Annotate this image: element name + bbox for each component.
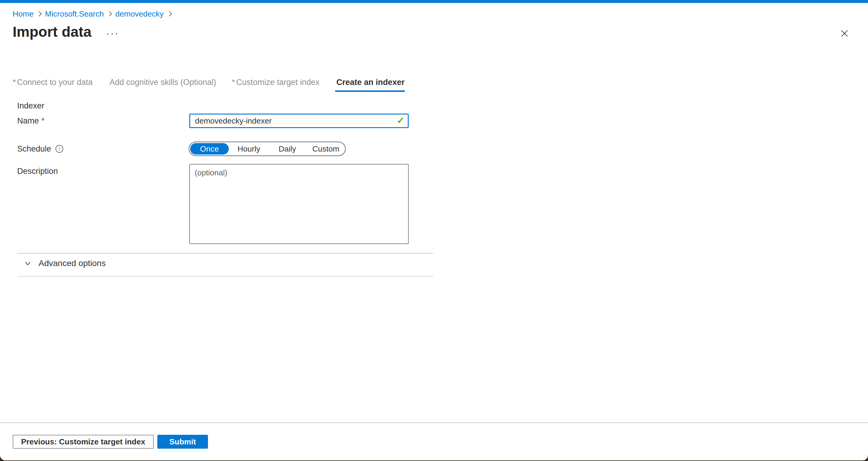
tab-label: Customize target index	[236, 78, 319, 87]
schedule-toggle-group: Once Hourly Daily Custom	[189, 142, 346, 156]
tab-label: Create an indexer	[336, 78, 405, 87]
breadcrumb-link-demovedecky[interactable]: demovedecky	[115, 9, 163, 19]
indexer-name-input[interactable]	[189, 114, 409, 128]
schedule-option-hourly[interactable]: Hourly	[230, 143, 268, 155]
description-field-label: Description	[17, 164, 58, 178]
info-icon[interactable]: i	[56, 145, 63, 153]
submit-button[interactable]: Submit	[157, 435, 208, 449]
name-input-wrap: ✓	[189, 114, 409, 128]
schedule-option-once[interactable]: Once	[190, 143, 229, 155]
name-field-label: Name *	[17, 114, 44, 128]
close-icon	[840, 29, 849, 38]
page-title: Import data	[13, 24, 91, 40]
tab-label: Connect to your data	[17, 78, 93, 87]
close-button[interactable]	[840, 29, 849, 38]
browser-window: Home Microsoft.Search demovedecky Import…	[0, 0, 868, 460]
schedule-field-label: Schedule i	[17, 142, 63, 156]
indexer-section-label: Indexer	[17, 101, 44, 111]
chevron-right-icon	[107, 11, 112, 16]
chevron-right-icon	[37, 11, 42, 16]
name-label-text: Name	[17, 114, 39, 128]
schedule-label-text: Schedule	[17, 142, 51, 156]
breadcrumb: Home Microsoft.Search demovedecky	[13, 9, 175, 19]
schedule-option-custom[interactable]: Custom	[307, 143, 345, 155]
description-label-text: Description	[17, 164, 58, 178]
breadcrumb-link-microsoft-search[interactable]: Microsoft.Search	[45, 9, 104, 19]
chevron-down-icon	[24, 259, 32, 268]
chevron-right-icon	[167, 11, 172, 16]
portal-top-accent-bar	[0, 0, 868, 3]
schedule-option-daily[interactable]: Daily	[268, 143, 307, 155]
advanced-options-toggle[interactable]: Advanced options	[24, 258, 106, 268]
advanced-options-label: Advanced options	[38, 258, 106, 268]
required-asterisk: *	[41, 114, 44, 128]
more-menu-button[interactable]: ···	[106, 28, 119, 38]
divider	[17, 253, 433, 254]
divider	[17, 276, 433, 277]
previous-step-button[interactable]: Previous: Customize target index	[13, 435, 154, 449]
tab-customize-target-index[interactable]: *Customize target index	[232, 78, 319, 92]
description-textarea[interactable]	[189, 164, 409, 244]
tab-create-an-indexer[interactable]: Create an indexer	[335, 78, 405, 92]
required-star: *	[232, 78, 235, 87]
screen: Home Microsoft.Search demovedecky Import…	[0, 0, 868, 461]
tab-connect-to-your-data[interactable]: *Connect to your data	[13, 78, 93, 92]
required-star: *	[13, 78, 16, 87]
validation-check-icon: ✓	[397, 114, 404, 128]
wizard-tabs: *Connect to your data Add cognitive skil…	[13, 78, 405, 92]
tab-label: Add cognitive skills (Optional)	[110, 78, 216, 87]
breadcrumb-link-home[interactable]: Home	[13, 9, 33, 19]
tab-add-cognitive-skills[interactable]: Add cognitive skills (Optional)	[108, 78, 216, 92]
footer-divider	[0, 423, 868, 423]
